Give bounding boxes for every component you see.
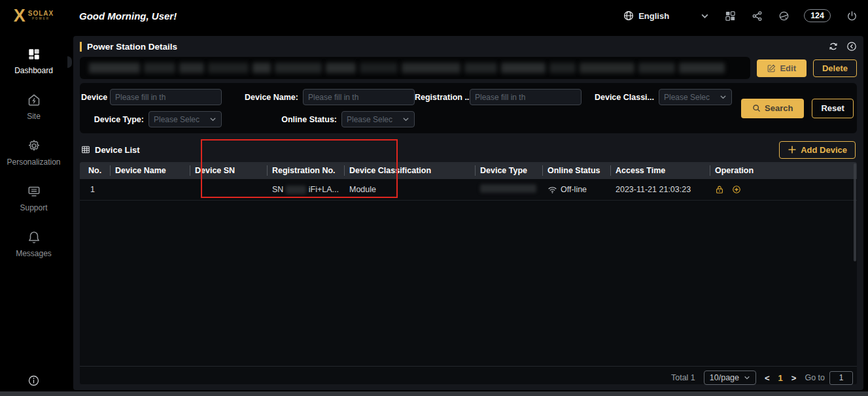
table-row[interactable]: 1 SN iFi+LA... Module [80,179,857,201]
filter-group-device-name: Device Name: [222,89,415,105]
lock-icon[interactable] [715,185,724,194]
topbar-actions: English 124 [623,9,868,22]
filter-actions: Search Reset [732,89,858,127]
device-classification-select[interactable]: Please Selec [659,89,732,105]
sidebar-item-personalization[interactable]: Personalization [0,139,67,167]
logo-brand-text: SOLAX [28,10,54,17]
edit-button[interactable]: Edit [757,59,807,77]
collapse-icon[interactable] [846,41,857,52]
chevron-down-icon [402,116,409,123]
info-icon[interactable] [0,374,67,387]
select-placeholder: Please Selec [154,115,200,124]
table-icon [81,145,90,154]
language-selector[interactable]: English [623,10,669,21]
cell-access-time: 2023-11-21 21:03:23 [610,179,710,201]
next-page-button[interactable]: > [791,373,797,383]
edit-button-label: Edit [780,63,796,73]
panel-header-icons [828,41,857,52]
wifi-icon [547,186,557,194]
redacted-blur [275,63,322,73]
add-device-button[interactable]: Add Device [779,141,856,159]
page-size-select[interactable]: 10/page [704,371,756,385]
cell-online-status: Off-line [542,179,610,201]
filter-group-registration: Registration ... [415,89,582,105]
online-status-value: Off-line [561,185,587,194]
station-summary-row: Edit Delete [80,57,857,79]
goto-page-input[interactable] [829,371,853,385]
cell-device-type [475,179,542,201]
redacted-blur [679,63,725,73]
redacted-blur [89,63,140,73]
chevron-down-icon[interactable] [701,12,709,20]
table-scrollbar[interactable] [854,163,856,261]
device-classification-label: Device Classi... [582,93,659,102]
power-station-details-panel: Power Station Details [73,36,863,390]
redacted-blur [549,63,576,73]
table-header-row: No. Device Name Device SN Registration N… [80,162,857,179]
filter-group-device-classification: Device Classi... Please Selec [582,89,732,105]
panel-header: Power Station Details [80,40,857,53]
sidebar-item-label: Support [20,203,47,212]
redacted-blur [638,63,675,73]
device-name-label: Device Name: [222,93,303,102]
registration-input[interactable] [470,89,582,105]
sidebar-item-messages[interactable]: Messages [0,230,67,258]
column-header-operation[interactable]: Operation [710,162,857,179]
sidebar-item-label: Messages [16,249,52,258]
sidebar-item-dashboard[interactable]: Dashboard [0,47,67,75]
goto-page: Go to [805,371,853,385]
solax-logo[interactable]: X SOLAX POWER [0,7,67,25]
redacted-blur [402,63,460,73]
device-name-input[interactable] [303,89,415,105]
plus-icon [788,145,797,154]
personalization-icon [27,139,41,153]
online-status-label: Online Status: [222,115,341,124]
chevron-down-icon [744,374,750,381]
device-sn-input[interactable] [110,89,222,105]
redacted-blur [480,184,536,193]
column-header-device-sn[interactable]: Device SN [190,162,267,179]
redacted-blur [286,186,305,194]
page-title: Power Station Details [80,42,177,52]
redacted-blur [360,63,398,73]
column-header-device-classification[interactable]: Device Classification [344,162,475,179]
delete-button[interactable]: Delete [813,59,857,77]
filter-bar: Device SN: Device Name: Registration ...… [80,83,857,133]
reset-button[interactable]: Reset [812,99,853,118]
horizontal-scrollbar[interactable] [0,391,868,396]
column-header-registration-no[interactable]: Registration No. [267,162,344,179]
prev-page-button[interactable]: < [765,373,770,383]
reset-button-label: Reset [821,103,844,113]
share-icon[interactable] [752,10,763,22]
messages-icon [27,230,41,244]
device-sn-label: Device SN: [81,93,110,102]
device-type-label: Device Type: [81,115,148,124]
registration-prefix: SN [272,185,283,194]
column-header-device-type[interactable]: Device Type [475,162,542,179]
footer-divider [80,366,857,367]
column-header-device-name[interactable]: Device Name [110,162,190,179]
sidebar-collapse-handle[interactable] [67,56,72,68]
redacted-blur [501,63,546,73]
online-status-select[interactable]: Please Selec [341,111,415,127]
site-icon [27,93,41,107]
sidebar-item-support[interactable]: Support [0,184,67,212]
search-button[interactable]: Search [741,99,804,118]
current-page[interactable]: 1 [778,373,783,383]
registration-suffix: iFi+LA... [309,185,339,194]
refresh-icon[interactable] [828,41,839,52]
device-type-select[interactable]: Please Selec [148,111,222,127]
language-label: English [638,11,669,21]
circle-plus-icon[interactable] [732,185,741,194]
layout-icon[interactable] [725,10,736,22]
sidebar-item-site[interactable]: Site [0,93,67,121]
column-header-access-time[interactable]: Access Time [610,162,710,179]
service-icon[interactable] [778,10,790,22]
pagination-total: Total 1 [671,373,695,382]
chevron-down-icon [209,116,217,123]
column-header-no[interactable]: No. [80,162,110,179]
greeting-text: Good Morning, User! [79,10,177,22]
column-header-online-status[interactable]: Online Status [542,162,610,179]
notification-count-badge[interactable]: 124 [804,9,831,22]
power-icon[interactable] [846,10,858,22]
